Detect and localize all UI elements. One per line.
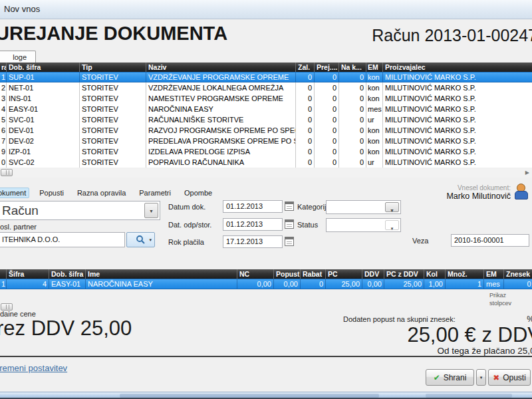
cell-em[interactable]: ur <box>366 157 383 168</box>
cell-dob-sifra[interactable]: SVC-01 <box>7 114 80 125</box>
cell-ddv[interactable]: 0,00 <box>362 279 384 289</box>
cell-rownum[interactable]: 1 <box>0 279 7 289</box>
veza-input[interactable]: 2010-16-00001 <box>451 234 529 247</box>
calendar-icon[interactable] <box>285 201 294 211</box>
catalog-row[interactable]: 6 DEV-01 STORITEV RAZVOJ PROGRAMSKE OPRE… <box>0 125 532 136</box>
cell-zal[interactable]: 0 <box>296 82 315 93</box>
cell-naziv[interactable]: POPRAVILO RAČUNALNIKA <box>146 157 296 168</box>
cell-zal[interactable]: 0 <box>296 114 315 125</box>
form-tab[interactable]: Popusti <box>36 188 67 198</box>
cell-prej[interactable]: 0 <box>315 72 339 82</box>
column-header-ddv[interactable]: DDV <box>362 269 384 279</box>
cell-dob-sifra[interactable]: INS-01 <box>7 93 80 104</box>
cell-prej[interactable]: 0 <box>315 136 339 146</box>
status-select[interactable]: ▾ <box>326 218 401 232</box>
cell-prej[interactable]: 0 <box>315 157 339 168</box>
cell-naziv[interactable]: IZDELAVA PREDLOGE IZPISA <box>146 146 296 157</box>
form-tab[interactable]: Opombe <box>181 188 215 198</box>
partner-input[interactable]: ITEHNIKA D.O.O. <box>0 232 125 247</box>
rok-placila-input[interactable]: 17.12.2013 <box>223 235 283 248</box>
cell-em[interactable]: kon <box>366 136 383 146</box>
cell-prej[interactable]: 0 <box>315 125 339 136</box>
discard-button[interactable]: ✖ Opusti <box>488 369 531 386</box>
column-header-dob-sifra[interactable]: Dob. šifra <box>49 269 86 279</box>
column-header-mnoz[interactable]: Množ. <box>446 269 484 279</box>
catalog-horizontal-scrollbar[interactable]: ▶ <box>0 168 532 178</box>
cell-pc-z-ddv[interactable]: 25,00 <box>384 279 424 289</box>
column-header-proizvajalec[interactable]: Proizvajalec <box>383 63 532 72</box>
catalog-row[interactable]: 7 DEV-02 STORITEV PREDELAVA PROGRAMSKE O… <box>0 136 532 146</box>
cell-proizvajalec[interactable]: MILUTINOVIĆ MARKO S.P. <box>383 104 532 114</box>
cell-prej[interactable]: 0 <box>315 93 339 104</box>
cell-sifra[interactable]: 5 <box>0 114 7 125</box>
cell-dob-sifra[interactable]: DEV-02 <box>7 136 80 146</box>
cell-tip[interactable]: STORITEV <box>80 136 146 146</box>
scrollbar-thumb[interactable] <box>1 169 13 176</box>
cell-em[interactable]: kon <box>366 125 383 136</box>
cell-na-k[interactable]: 0 <box>339 104 366 114</box>
catalog-tab[interactable]: loge <box>0 51 36 63</box>
catalog-row[interactable]: 0 SVC-02 STORITEV POPRAVILO RAČUNALNIKA … <box>0 157 532 168</box>
cell-sifra[interactable]: 9 <box>0 146 7 157</box>
cell-na-k[interactable]: 0 <box>339 114 366 125</box>
cell-em[interactable]: ur <box>366 114 383 125</box>
cell-tip[interactable]: STORITEV <box>80 72 146 82</box>
cell-tip[interactable]: STORITEV <box>80 157 146 168</box>
cell-na-k[interactable]: 0 <box>339 157 366 168</box>
catalog-row[interactable]: 5 SVC-01 STORITEV RAČUNALNIŠKE STORITVE … <box>0 114 532 125</box>
cell-naziv[interactable]: PREDELAVA PROGRAMSKE OPREME PO SPECIFIK <box>146 136 296 146</box>
cell-ime[interactable]: NAROČNINA EASY <box>86 279 237 289</box>
calendar-icon[interactable] <box>285 237 294 246</box>
cell-sifra[interactable]: 6 <box>0 125 7 136</box>
cell-zal[interactable]: 0 <box>296 136 315 146</box>
window-titlebar[interactable]: Nov vnos <box>0 0 532 19</box>
column-header-popust[interactable]: Popust <box>274 269 301 279</box>
column-header-prej[interactable]: Prej.... <box>315 63 339 72</box>
column-header-nc[interactable]: NC <box>237 269 274 279</box>
columns-popup-link[interactable]: Prikaz stolpcev <box>489 291 524 307</box>
cell-proizvajalec[interactable]: MILUTINOVIĆ MARKO S.P. <box>383 72 532 82</box>
cell-em[interactable]: kon <box>366 72 383 82</box>
cell-na-k[interactable]: 0 <box>339 93 366 104</box>
column-header-znesek[interactable]: Znesek <box>504 269 532 279</box>
cell-proizvajalec[interactable]: MILUTINOVIĆ MARKO S.P. <box>383 136 532 146</box>
cell-em[interactable]: mes <box>366 104 383 114</box>
cell-naziv[interactable]: RAZVOJ PROGRAMSKE OPREME PO SPECIFIK <box>146 125 296 136</box>
cell-dob-sifra[interactable]: NET-01 <box>7 82 80 93</box>
cell-tip[interactable]: STORITEV <box>80 114 146 125</box>
cell-naziv[interactable]: NAMESTITEV PROGRAMSKE OPREME <box>146 93 296 104</box>
column-header-pc-z-ddv[interactable]: PC z DDV <box>384 269 424 279</box>
catalog-row[interactable]: 4 EASY-01 STORITEV NAROČNINA EASY 0 0 0 … <box>0 104 532 114</box>
cell-proizvajalec[interactable]: MILUTINOVIĆ MARKO S.P. <box>383 146 532 157</box>
cell-pc[interactable]: 25,00 <box>326 279 362 289</box>
cell-zal[interactable]: 0 <box>296 93 315 104</box>
column-header-kol[interactable]: Kol <box>424 269 446 279</box>
form-tab[interactable]: okument <box>0 188 29 198</box>
cell-sifra[interactable]: 1 <box>0 72 7 82</box>
cell-dob-sifra[interactable]: EASY-01 <box>7 104 80 114</box>
column-header-ime[interactable]: Ime <box>86 269 237 279</box>
form-tab[interactable]: Razna opravila <box>74 188 129 198</box>
column-header-rabat[interactable]: Rabat <box>301 269 326 279</box>
cell-prej[interactable]: 0 <box>315 146 339 157</box>
column-header-sifra[interactable]: Šifra <box>7 269 49 279</box>
cell-proizvajalec[interactable]: MILUTINOVIĆ MARKO S.P. <box>383 82 532 93</box>
cell-prej[interactable]: 0 <box>315 104 339 114</box>
cell-sifra[interactable]: 2 <box>0 82 7 93</box>
cell-tip[interactable]: STORITEV <box>80 146 146 157</box>
cell-sifra[interactable]: 4 <box>7 279 49 289</box>
cell-znesek[interactable]: 0,00 <box>504 279 532 289</box>
form-tab[interactable]: Parametri <box>136 188 174 198</box>
cell-naziv[interactable]: VZDRŽEVANJE LOKALNEGA OMREŽJA <box>146 82 296 93</box>
column-header-rownum[interactable] <box>0 269 7 279</box>
cell-proizvajalec[interactable]: MILUTINOVIĆ MARKO S.P. <box>383 125 532 136</box>
cell-kol[interactable]: 1,00 <box>424 279 446 289</box>
calendar-icon[interactable] <box>285 219 294 229</box>
cell-prej[interactable]: 0 <box>315 82 339 93</box>
cell-dob-sifra[interactable]: IZP-01 <box>7 146 80 157</box>
status-dropdown-button[interactable]: ▾ <box>385 220 399 230</box>
cell-tip[interactable]: STORITEV <box>80 82 146 93</box>
catalog-row[interactable]: 9 IZP-01 STORITEV IZDELAVA PREDLOGE IZPI… <box>0 146 532 157</box>
cell-tip[interactable]: STORITEV <box>80 125 146 136</box>
cell-em[interactable]: kon <box>366 82 383 93</box>
